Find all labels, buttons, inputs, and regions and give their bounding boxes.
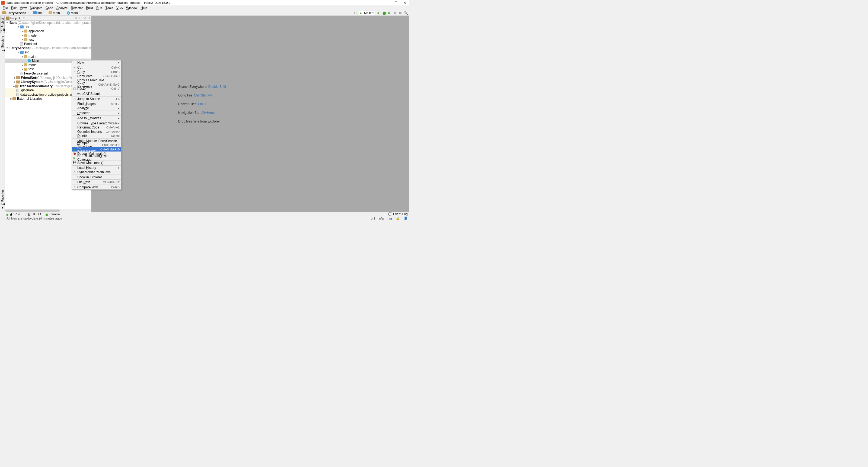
breadcrumb-main[interactable]: main〉 xyxy=(48,10,66,15)
menu-separator xyxy=(72,96,121,97)
project-icon xyxy=(6,16,9,20)
left-tool-gutter: 1: Project7: Structure★ 2: Favorites xyxy=(0,16,5,212)
window-title: data-abstraction-practice-projects - [C:… xyxy=(6,1,385,4)
menu-code[interactable]: Code xyxy=(44,6,55,10)
menu-item-reformat-code[interactable]: Reformat CodeCtrl+Alt+L xyxy=(72,125,121,130)
menu-edit[interactable]: Edit xyxy=(9,6,18,10)
menu-item-save-main-main[interactable]: 💾Save 'Main.main()' xyxy=(72,161,121,165)
menu-item-cut[interactable]: ✂CutCtrl+X xyxy=(72,66,121,70)
tool-tab-favorites[interactable]: ★ 2: Favorites xyxy=(0,187,5,212)
tool-tab-structure[interactable]: 7: Structure xyxy=(0,33,5,54)
menu-vcs[interactable]: VCS xyxy=(115,6,124,10)
menu-item-run-main-main-with-coverage[interactable]: ▶Run 'Main.main()' with Coverage xyxy=(72,156,121,160)
tree-node[interactable]: ▼main xyxy=(5,55,91,59)
menu-view[interactable]: View xyxy=(18,6,28,10)
menu-item-local-history[interactable]: Local History▶ xyxy=(72,166,121,170)
welcome-hint: Go to FileCtrl+Shift+N xyxy=(178,91,226,100)
menu-separator xyxy=(72,101,121,101)
encoding: n/a xyxy=(379,216,384,220)
run-config-select[interactable]: ▶ Main ▼ xyxy=(359,11,375,15)
menu-navigate[interactable]: Navigate xyxy=(28,6,44,10)
window-controls: — ☐ ✕ xyxy=(385,1,408,5)
menu-separator xyxy=(72,115,121,116)
welcome-hint: Search EverywhereDouble Shift xyxy=(178,82,226,91)
welcome-hint: Drop files here from Explorer xyxy=(178,117,226,126)
view-dropdown-icon[interactable]: ▼ xyxy=(23,17,25,20)
menu-item-show-in-explorer[interactable]: Show in Explorer xyxy=(72,175,121,179)
menu-tools[interactable]: Tools xyxy=(104,6,115,10)
menu-analyze[interactable]: Analyze xyxy=(55,6,69,10)
tree-node[interactable]: ▶application xyxy=(5,29,91,33)
breadcrumb-src[interactable]: src〉 xyxy=(33,10,48,15)
tree-node[interactable]: ▼src xyxy=(5,25,91,29)
menu-item-new[interactable]: New▶ xyxy=(72,61,121,65)
autoscroll-source-icon[interactable]: ⊕ xyxy=(75,16,78,20)
menu-item-refactor[interactable]: Refactor▶ xyxy=(72,111,121,115)
stop-button[interactable]: ■ xyxy=(393,11,397,15)
scrollbar-thumb[interactable] xyxy=(5,209,60,212)
menu-item-compare-with[interactable]: ⎘Compare With...Ctrl+D xyxy=(72,185,121,190)
tree-node[interactable]: ▼FerryService (C:\Users\gijin\Desktop\te… xyxy=(5,46,91,51)
tree-node[interactable]: ▶test xyxy=(5,37,91,42)
menu-separator xyxy=(72,179,121,180)
menu-item-browse-type-hierarchy[interactable]: Browse Type HierarchyCtrl+H xyxy=(72,121,121,126)
menu-refactor[interactable]: Refactor xyxy=(69,6,84,10)
tree-node[interactable]: ▼src xyxy=(5,50,91,55)
tree-node[interactable]: ▼Band (C:\Users\gijin\Desktop\test\data-… xyxy=(5,21,91,25)
breadcrumb-main[interactable]: CMain〉 xyxy=(66,10,84,15)
hide-panel-icon[interactable]: ↦ xyxy=(88,16,90,20)
menu-build[interactable]: Build xyxy=(84,6,95,10)
line-sep: n/a xyxy=(388,216,392,220)
event-log-tab[interactable]: 💬Event Log xyxy=(388,212,408,216)
debug-button[interactable]: ⬤ xyxy=(382,11,386,15)
menu-item-copy-reference[interactable]: Copy ReferenceCtrl+Alt+Shift+C xyxy=(72,82,121,87)
bottom-tab-run[interactable]: ▶4: Run xyxy=(6,212,20,216)
menu-item-run-main-main[interactable]: ▶Run 'Main.main()'Ctrl+Shift+F10 xyxy=(72,147,121,152)
menu-item-analyze[interactable]: Analyze▶ xyxy=(72,106,121,110)
menu-item-copy[interactable]: ⎘CopyCtrl+C xyxy=(72,70,121,74)
menu-separator xyxy=(72,185,121,185)
menu-item-file-path[interactable]: File PathCtrl+Alt+F12 xyxy=(72,180,121,184)
run-config-label: Main xyxy=(364,11,371,15)
titlebar: data-abstraction-practice-projects - [C:… xyxy=(0,0,409,5)
menu-separator xyxy=(72,121,121,121)
menu-item-delete[interactable]: Delete...Delete xyxy=(72,134,121,138)
breadcrumb-ferryservice[interactable]: FerryService〉 xyxy=(2,10,33,15)
menu-item-add-to-favorites[interactable]: Add to Favorites▶ xyxy=(72,116,121,120)
sort-icon[interactable]: ↕↓ xyxy=(353,11,357,15)
search-icon[interactable]: 🔍 xyxy=(404,11,408,15)
status-icon[interactable] xyxy=(2,217,5,220)
menu-item-find-usages[interactable]: Find UsagesAlt+F7 xyxy=(72,102,121,106)
tree-node[interactable]: ▶model xyxy=(5,33,91,38)
maximize-button[interactable]: ☐ xyxy=(394,1,398,5)
bottom-tool-tabs: ▶4: Run✓6: TODO▣Terminal💬Event Log xyxy=(5,212,409,216)
menu-item-optimize-imports[interactable]: Optimize ImportsCtrl+Alt+O xyxy=(72,130,121,134)
lock-icon[interactable]: 🔒 xyxy=(396,216,400,220)
structure-icon[interactable]: ⊞ xyxy=(399,11,402,15)
settings-gear-icon[interactable]: ⚙ xyxy=(83,16,86,20)
menu-item-copy-path[interactable]: Copy PathCtrl+Shift+C xyxy=(72,74,121,78)
autoscroll-from-icon[interactable]: ⊖ xyxy=(79,16,82,20)
menu-separator xyxy=(72,165,121,166)
hector-icon[interactable]: 👤 xyxy=(404,216,408,220)
menu-file[interactable]: File xyxy=(1,6,9,10)
run-button[interactable]: ▶ xyxy=(377,11,380,15)
coverage-button[interactable]: ▶ xyxy=(388,11,392,15)
minimize-button[interactable]: — xyxy=(385,1,389,5)
menu-item-paste[interactable]: 📋PasteCtrl+V xyxy=(72,87,121,91)
close-button[interactable]: ✕ xyxy=(403,1,407,5)
menu-run[interactable]: Run xyxy=(95,6,104,10)
menu-item-synchronize-main-java[interactable]: ⟳Synchronize 'Main.java' xyxy=(72,170,121,174)
tree-node[interactable]: Band.iml xyxy=(5,42,91,46)
menu-item-jump-to-source[interactable]: ↘Jump to SourceF4 xyxy=(72,97,121,101)
menu-item-webcat-submit[interactable]: webCAT Submit xyxy=(72,92,121,96)
status-bar: All files are up-to-date (4 minutes ago)… xyxy=(0,216,409,220)
bottom-tab-todo[interactable]: ✓6: TODO xyxy=(24,212,41,216)
menu-window[interactable]: Window xyxy=(124,6,139,10)
bottom-tab-terminal[interactable]: ▣Terminal xyxy=(45,212,61,216)
horizontal-scrollbar[interactable] xyxy=(5,209,91,212)
context-menu: New▶✂CutCtrl+X⎘CopyCtrl+CCopy PathCtrl+S… xyxy=(72,60,122,190)
tool-tab-project[interactable]: 1: Project xyxy=(0,16,5,33)
menu-help[interactable]: Help xyxy=(139,6,149,10)
menu-separator xyxy=(72,91,121,91)
